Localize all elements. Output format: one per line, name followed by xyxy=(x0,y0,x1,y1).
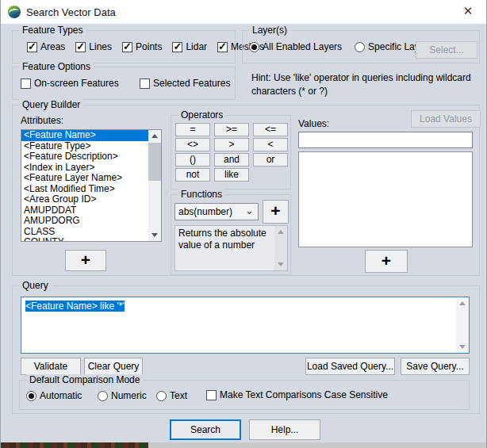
scroll-up-icon[interactable] xyxy=(148,130,161,142)
add-value-button[interactable]: + xyxy=(365,250,408,273)
operator-and-button[interactable]: and xyxy=(214,153,249,167)
on-screen-features-label: On-screen Features xyxy=(34,78,119,89)
areas-label: Areas xyxy=(40,41,65,52)
attribute-item[interactable]: <Index in Layer> xyxy=(21,163,148,174)
load-saved-query-button[interactable]: Load Saved Query... xyxy=(305,358,395,375)
comparison-mode-group: Default Comparison Mode Automatic Numeri… xyxy=(19,380,470,410)
function-description-scrollbar[interactable] xyxy=(274,226,287,270)
checkbox-box-icon xyxy=(206,390,217,400)
all-enabled-layers-label: All Enabled Layers xyxy=(263,41,342,52)
lines-label: Lines xyxy=(89,41,112,52)
radio-circle-icon xyxy=(26,391,36,401)
lines-checkbox[interactable]: Lines xyxy=(75,41,112,52)
operator-or-button[interactable]: or xyxy=(253,153,288,167)
case-sensitive-label: Make Text Comparisons Case Sensitive xyxy=(220,389,388,400)
global-mapper-globe-icon xyxy=(8,6,21,18)
operator-notequal-button[interactable]: <> xyxy=(175,138,210,151)
numeric-radio[interactable]: Numeric xyxy=(98,390,147,401)
feature-options-label: Feature Options xyxy=(19,61,94,72)
query-builder-group: Query Builder Attributes: <Feature Name>… xyxy=(12,105,480,276)
operator-gte-button[interactable]: >= xyxy=(214,123,249,136)
scroll-down-icon[interactable] xyxy=(274,258,287,270)
lidar-checkbox[interactable]: Lidar xyxy=(172,41,207,52)
add-function-button[interactable]: + xyxy=(263,200,289,224)
all-enabled-layers-radio[interactable]: All Enabled Layers xyxy=(249,41,342,52)
operator-equals-button[interactable]: = xyxy=(175,123,210,136)
radio-circle-icon xyxy=(249,42,259,52)
attribute-item[interactable]: CLASS xyxy=(21,227,148,238)
function-selected-value: abs(number) xyxy=(178,206,232,217)
radio-circle-icon xyxy=(355,42,365,52)
query-editor[interactable]: <Feature Name> like '*' xyxy=(21,297,470,354)
operators-label: Operators xyxy=(178,109,226,121)
operator-lte-button[interactable]: <= xyxy=(253,123,288,136)
automatic-label: Automatic xyxy=(40,390,82,401)
comparison-mode-label: Default Comparison Mode xyxy=(26,374,143,385)
text-radio[interactable]: Text xyxy=(156,390,187,401)
attributes-listbox[interactable]: <Feature Name> <Feature Type> <Feature D… xyxy=(21,129,162,242)
attribute-item[interactable]: <Feature Description> xyxy=(21,151,148,163)
checkbox-box-icon xyxy=(21,78,31,89)
operator-parens-button[interactable]: () xyxy=(175,153,210,167)
attribute-item[interactable]: AMUPDORG xyxy=(21,216,148,227)
background-map-sliver xyxy=(1,442,487,448)
operator-like-button[interactable]: like xyxy=(214,168,249,182)
value-input[interactable] xyxy=(298,132,473,148)
case-sensitive-checkbox[interactable]: Make Text Comparisons Case Sensitive xyxy=(206,389,388,400)
window-title: Search Vector Data xyxy=(26,6,116,18)
checkbox-box-icon xyxy=(172,42,182,52)
functions-label: Functions xyxy=(178,189,225,200)
attribute-item[interactable]: COUNTY xyxy=(21,237,148,242)
layers-group: Layer(s) All Enabled Layers Specific Lay… xyxy=(242,30,480,63)
automatic-radio[interactable]: Automatic xyxy=(26,390,82,401)
attribute-item[interactable]: <Feature Name> xyxy=(21,130,148,141)
numeric-label: Numeric xyxy=(111,390,147,401)
query-scrollbar[interactable] xyxy=(456,297,469,353)
attribute-item[interactable]: <Feature Layer Name> xyxy=(21,173,148,184)
functions-group: Functions abs(number) ⌄ + Returns the ab… xyxy=(171,194,291,275)
clear-query-button[interactable]: Clear Query xyxy=(84,358,143,375)
checkbox-box-icon xyxy=(27,42,37,52)
scroll-up-icon[interactable] xyxy=(274,226,287,238)
attributes-label: Attributes: xyxy=(21,115,63,126)
select-layers-button[interactable]: Select... xyxy=(416,41,477,59)
scroll-up-icon[interactable] xyxy=(456,297,469,309)
function-select[interactable]: abs(number) ⌄ xyxy=(174,203,259,220)
values-label: Values: xyxy=(298,118,329,129)
scrollbar-thumb[interactable] xyxy=(148,143,161,181)
selected-features-checkbox[interactable]: Selected Features xyxy=(140,78,230,89)
attribute-item[interactable]: AMUPDDAT xyxy=(21,205,148,216)
radio-circle-icon xyxy=(98,391,108,401)
help-button[interactable]: Help... xyxy=(249,419,320,440)
values-listbox[interactable] xyxy=(298,151,473,247)
areas-checkbox[interactable]: Areas xyxy=(27,41,65,52)
radio-circle-icon xyxy=(156,391,167,401)
attribute-item[interactable]: <Feature Type> xyxy=(21,141,148,152)
scroll-down-icon[interactable] xyxy=(456,341,469,353)
points-checkbox[interactable]: Points xyxy=(122,41,162,52)
close-icon[interactable]: ✕ xyxy=(454,0,481,22)
feature-types-group: Feature Types Areas Lines Points Lidar M… xyxy=(12,30,236,63)
validate-button[interactable]: Validate xyxy=(21,358,81,375)
search-button[interactable]: Search xyxy=(170,419,241,440)
operator-gt-button[interactable]: > xyxy=(214,138,249,151)
lidar-label: Lidar xyxy=(186,41,207,52)
operator-lt-button[interactable]: < xyxy=(253,138,288,151)
operator-not-button[interactable]: not xyxy=(175,168,210,182)
query-selected-text: <Feature Name> like '*' xyxy=(25,301,125,312)
attribute-item[interactable]: <Area Group ID> xyxy=(21,194,148,205)
attribute-item[interactable]: <Last Modified Time> xyxy=(21,184,148,195)
search-vector-data-dialog: Search Vector Data ✕ Feature Types Areas… xyxy=(0,0,487,448)
add-attribute-button[interactable]: + xyxy=(65,250,106,271)
attributes-scrollbar[interactable] xyxy=(148,130,161,241)
background-map-dark-area xyxy=(1,442,148,448)
scroll-down-icon[interactable] xyxy=(148,229,161,241)
on-screen-features-checkbox[interactable]: On-screen Features xyxy=(21,78,119,89)
load-values-button[interactable]: Load Values xyxy=(411,110,481,128)
hint-text: Hint: Use 'like' operator in queries inc… xyxy=(251,71,480,98)
save-query-button[interactable]: Save Query... xyxy=(401,358,470,375)
layers-label: Layer(s) xyxy=(249,25,290,36)
title-bar: Search Vector Data ✕ xyxy=(1,0,487,24)
checkbox-box-icon xyxy=(122,42,132,52)
selected-features-label: Selected Features xyxy=(153,78,230,89)
